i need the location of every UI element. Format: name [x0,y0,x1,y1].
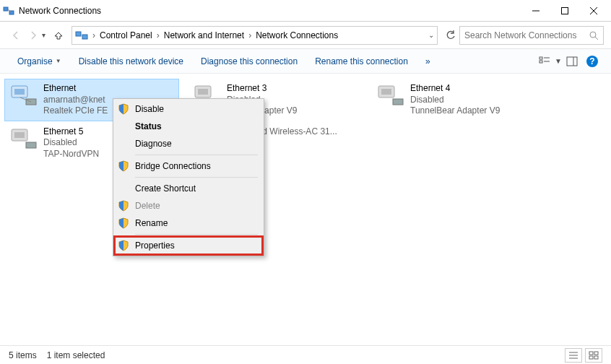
menu-bridge[interactable]: Bridge Connections [115,157,262,175]
svg-rect-0 [4,7,8,11]
svg-rect-4 [562,7,568,14]
menu-label: Diagnose [135,139,172,149]
menu-disable[interactable]: Disable [115,100,262,118]
shield-icon [118,200,129,212]
status-item-count: 5 items [9,350,37,360]
up-button[interactable] [50,27,67,44]
shield-icon [118,240,129,251]
adapter-name: Ethernet 3 [227,83,297,95]
svg-line-10 [595,37,598,40]
shield-icon [118,103,129,115]
minimize-button[interactable] [521,1,550,21]
address-dropdown[interactable]: ⌄ [428,31,434,39]
menu-status[interactable]: Status [115,118,262,135]
search-input[interactable] [464,30,589,40]
adapter-status: Disabled [43,137,99,149]
adapter-device: TAP-NordVPN [43,149,99,160]
view-dropdown[interactable]: ▼ [555,57,562,65]
network-icon [3,5,14,17]
adapter-ethernet4[interactable]: Ethernet 4 Disabled TunnelBear Adapter V… [371,79,546,121]
search-box[interactable] [459,26,604,45]
shield-icon [118,160,129,172]
menu-diagnose[interactable]: Diagnose [115,135,262,152]
adapter-icon [377,83,406,109]
crumb-control-panel[interactable]: Control Panel [97,30,155,40]
rename-button[interactable]: Rename this connection [306,49,417,74]
adapter-name: Ethernet 4 [410,83,500,95]
large-icons-view-button[interactable] [585,348,602,363]
title-bar: Network Connections [0,0,611,22]
disable-device-button[interactable]: Disable this network device [70,49,192,74]
toolbar: Organise▼ Disable this network device Di… [0,49,611,74]
address-bar: ▾ › Control Panel › Network and Internet… [0,22,611,49]
adapter-device: TunnelBear Adapter V9 [410,105,500,117]
menu-separator [135,234,258,235]
shield-icon [118,217,129,229]
breadcrumb[interactable]: › Control Panel › Network and Internet ›… [72,26,438,45]
menu-create-shortcut[interactable]: Create Shortcut [115,180,262,197]
maximize-button[interactable] [550,1,579,21]
chevron-right-icon: › [155,30,161,40]
adapter-status: amarnath@knet [43,95,108,106]
adapter-name: Ethernet [43,83,108,95]
view-options-button[interactable] [536,53,553,70]
menu-separator [135,177,258,178]
diagnose-button[interactable]: Diagnose this connection [192,49,306,74]
menu-rename[interactable]: Rename [115,214,262,232]
preview-pane-button[interactable] [563,53,581,70]
chevron-right-icon: › [91,30,97,40]
svg-rect-25 [26,142,36,148]
svg-rect-24 [14,132,25,138]
context-menu: Disable Status Diagnose Bridge Connectio… [113,98,264,256]
more-commands-button[interactable]: » [417,49,439,74]
svg-rect-38 [594,352,598,355]
help-button[interactable]: ? [584,53,601,70]
svg-rect-11 [540,57,542,59]
svg-text:?: ? [589,56,594,66]
menu-label: Delete [135,201,160,211]
svg-rect-37 [589,352,593,355]
svg-rect-27 [198,89,208,95]
window-title: Network Connections [19,6,521,16]
organise-button[interactable]: Organise▼ [9,49,70,74]
menu-label: Create Shortcut [135,183,196,194]
content-area: Ethernet amarnath@knet Realtek PCIe FE E… [0,74,611,341]
adapter-icon [10,83,39,109]
menu-label: Bridge Connections [135,161,211,171]
forward-button[interactable] [25,27,42,44]
menu-properties[interactable]: Properties [115,237,262,254]
adapter-name: Ethernet 5 [43,126,99,138]
chevron-right-icon: › [247,30,253,40]
svg-rect-15 [567,57,577,66]
menu-label: Status [135,121,162,131]
adapter-icon [10,126,39,152]
svg-rect-20 [14,89,25,95]
back-button[interactable] [7,27,25,44]
status-bar: 5 items 1 item selected [0,345,611,364]
svg-rect-33 [393,99,403,105]
control-panel-icon [75,29,88,42]
svg-rect-32 [381,89,391,95]
svg-point-9 [590,32,596,38]
crumb-network-internet[interactable]: Network and Internet [161,30,247,40]
close-button[interactable] [579,1,608,21]
refresh-button[interactable] [442,27,459,44]
menu-label: Properties [135,240,175,251]
svg-rect-12 [540,61,542,63]
menu-label: Disable [135,104,164,114]
status-item-selected: 1 item selected [47,350,105,360]
crumb-network-connections[interactable]: Network Connections [253,30,341,40]
svg-rect-7 [76,32,81,36]
adapter-device: Realtek PCIe FE [43,105,108,117]
recent-dropdown[interactable]: ▾ [42,31,46,39]
search-icon [589,30,599,40]
svg-rect-8 [82,35,87,39]
details-view-button[interactable] [565,348,582,363]
svg-rect-39 [589,356,593,359]
menu-label: Rename [135,218,168,228]
svg-rect-40 [594,356,598,359]
menu-delete: Delete [115,197,262,214]
adapter-status: Disabled [410,95,500,106]
menu-separator [135,155,258,155]
